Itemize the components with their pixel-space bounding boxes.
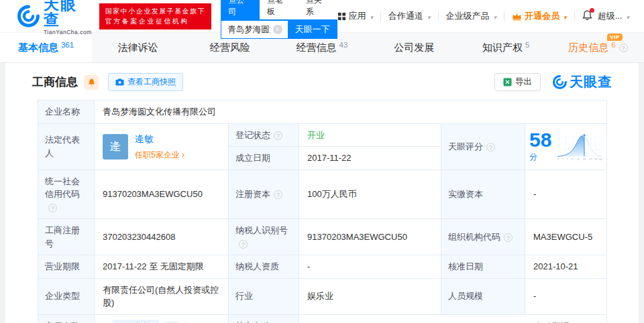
legal-rep-avatar[interactable]: 逄 [103, 134, 128, 159]
divider [380, 11, 381, 21]
svg-text:50: 50 [577, 157, 580, 160]
value-establish-date: 2017-11-22 [299, 147, 441, 170]
chevron-down-icon [562, 11, 567, 21]
tab-intellectual-property[interactable]: 知识产权5 [460, 33, 552, 62]
tab-count: 43 [339, 41, 348, 49]
value-taxpayer-id: 91370203MA3EWGCU50 [299, 219, 441, 255]
excel-export-icon [503, 78, 512, 86]
menu-enterprise-products[interactable]: 企业级产品 [446, 10, 497, 22]
tianyancha-logo[interactable]: 天眼查 TianYanCha.com [17, 0, 93, 36]
export-button[interactable]: 导出 [494, 73, 541, 91]
label-legal-rep: 法定代表人 [38, 123, 95, 170]
search-tabs: 查公司 查老板 查关系 [221, 0, 337, 20]
label-staff-size: 人员规模 [441, 278, 525, 314]
tianyancha-logo-icon [17, 5, 40, 27]
tab-label: 公司发展 [394, 42, 434, 54]
chevron-down-icon [369, 11, 374, 21]
score-distribution-chart: 0151550859799100 [557, 128, 602, 166]
label-insured-count: 参保人数 [38, 314, 95, 323]
label-company-name: 企业名称 [38, 101, 95, 124]
top-menu: 应用 合作通道 企业级产品 开通会员 超级... [337, 10, 644, 23]
clear-icon[interactable] [273, 25, 282, 34]
score-number: 58 [529, 129, 551, 151]
value-approval-date: 2021-10-21 [525, 255, 607, 279]
tab-company-development[interactable]: 公司发展 [368, 33, 460, 62]
value-business-term: 2017-11-22 至 无固定期限 [95, 255, 229, 279]
help-icon[interactable] [48, 204, 57, 212]
legal-rep-positions-link[interactable]: 任职5家企业 [135, 150, 184, 159]
label-score: 天眼评分 [441, 123, 525, 170]
annual-report-link[interactable]: 2023年报 [113, 320, 159, 323]
label-paid-capital: 实缴资本 [441, 170, 525, 219]
svg-text:15: 15 [571, 157, 574, 160]
label-english-name: 英文名称 [229, 314, 299, 323]
tab-legal-litigation[interactable]: 法律诉讼 [92, 33, 184, 62]
legal-rep-name-link[interactable]: 逄敏 [135, 132, 184, 146]
search-tab-boss[interactable]: 查老板 [260, 0, 299, 19]
menu-cooperation-label: 合作通道 [388, 10, 423, 22]
search-row: 天眼一下 [221, 20, 337, 39]
help-icon[interactable] [274, 131, 282, 140]
vip-badge: VIP [607, 34, 622, 41]
label-reg-capital: 注册资本 [229, 170, 299, 219]
tab-label: 经营风险 [210, 42, 250, 54]
search-tab-relation[interactable]: 查关系 [299, 0, 337, 19]
help-icon[interactable] [239, 240, 248, 249]
help-icon[interactable] [619, 44, 628, 52]
table-row: 工商注册号 370203230442608 纳税人识别号 91370203MA3… [38, 219, 607, 255]
account-label: 超级... [598, 10, 623, 22]
divider [574, 11, 575, 21]
value-legal-rep: 逄 逄敏 任职5家企业 [95, 123, 229, 170]
table-row: 参保人数 02023年报 英文名称 Qingdao Menghaiyuan Cu… [38, 314, 607, 323]
badge-line1: 国家中小企业发展子基金旗下 [105, 6, 206, 17]
tianyancha-logo-icon [553, 75, 567, 89]
tab-label: 法律诉讼 [118, 42, 158, 54]
notification-bell[interactable] [582, 10, 592, 23]
menu-account[interactable]: 超级... [598, 10, 629, 22]
search-button[interactable]: 天眼一下 [288, 20, 337, 39]
value-reg-number: 370203230442608 [95, 219, 229, 255]
tab-basic-info[interactable]: 基本信息361 [0, 33, 92, 62]
chevron-down-icon [426, 11, 431, 21]
bell-icon [88, 78, 95, 86]
label-approval-date: 核准日期 [441, 255, 525, 279]
search-tab-company[interactable]: 查公司 [221, 0, 260, 19]
value-industry: 娱乐业 [299, 278, 441, 314]
logo-title: 天眼查 [44, 0, 93, 27]
value-org-code: MA3EWGCU-5 [525, 219, 607, 255]
apps-grid-icon [337, 12, 346, 21]
value-insured-count: 02023年报 [95, 314, 229, 323]
label-taxpayer-id: 纳税人识别号 [229, 219, 299, 255]
label-org-code: 组织机构代码 [441, 219, 525, 255]
value-english-name: Qingdao Menghaiyuan Cultural Communicati… [299, 314, 607, 323]
value-taxpayer-quality: - [299, 255, 441, 279]
watermark-text: 天眼查 [570, 73, 612, 91]
menu-cooperation[interactable]: 合作通道 [388, 10, 431, 22]
business-snapshot-button[interactable]: 查看工商快照 [108, 73, 183, 91]
menu-vip-label: 开通会员 [525, 10, 559, 22]
section-header: 工商信息 查看工商快照 导出 [5, 63, 639, 99]
tab-count: 6 [611, 41, 615, 49]
tab-count: 5 [525, 41, 529, 49]
table-row: 统一社会信用代码 91370203MA3EWGCU50 注册资本 100万人民币… [38, 170, 607, 219]
score-unit: 分 [529, 152, 537, 162]
label-company-type: 企业类型 [38, 278, 95, 314]
label-reg-number: 工商注册号 [38, 219, 95, 255]
help-icon[interactable] [504, 233, 513, 242]
svg-text:85: 85 [583, 157, 586, 160]
help-icon[interactable] [274, 190, 282, 199]
notification-dot [590, 8, 594, 13]
menu-apps[interactable]: 应用 [337, 10, 374, 22]
help-icon[interactable] [486, 143, 495, 151]
section-title: 工商信息 [32, 74, 78, 90]
svg-text:1: 1 [562, 157, 564, 160]
value-staff-size: - [525, 278, 607, 314]
menu-open-vip[interactable]: 开通会员 [512, 10, 567, 22]
chevron-down-icon [492, 11, 497, 21]
content-card: 工商信息 查看工商快照 导出 [5, 63, 639, 323]
table-row: 企业类型 有限责任公司(自然人投资或控股) 行业 娱乐业 人员规模 - [38, 278, 607, 314]
svg-text:100: 100 [599, 157, 602, 160]
tab-history-info[interactable]: 历史信息6 VIP [552, 33, 644, 62]
monitor-bell-button[interactable] [84, 75, 99, 90]
value-reg-status: 开业 [299, 123, 441, 147]
